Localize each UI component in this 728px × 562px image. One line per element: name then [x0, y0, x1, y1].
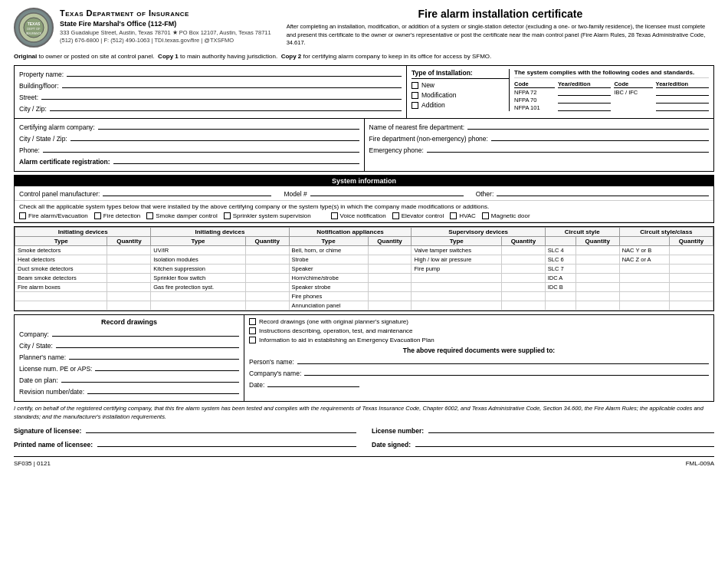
elevator-checkbox[interactable]	[392, 212, 399, 219]
super-blank3-qty[interactable]	[501, 292, 545, 301]
record-company-field[interactable]	[52, 329, 239, 337]
super-firepump-qty[interactable]	[501, 265, 545, 274]
init2-sprinkler-qty[interactable]	[245, 274, 289, 283]
other-field[interactable]	[497, 189, 709, 196]
phone-field[interactable]	[43, 145, 359, 153]
notif-speaker-qty[interactable]	[368, 265, 412, 274]
init-beam-qty[interactable]	[107, 274, 151, 283]
sig-right-group: License number: Date signed:	[372, 426, 714, 453]
init-heat-qty[interactable]	[107, 255, 151, 265]
registration-field[interactable]	[113, 156, 359, 164]
date-signed-field[interactable]	[415, 439, 714, 447]
notif-annunciation-qty[interactable]	[368, 301, 412, 311]
class-blank1	[619, 265, 670, 274]
super-valve-qty[interactable]	[501, 246, 545, 255]
record-license-field[interactable]	[95, 363, 239, 371]
notif-bell-qty[interactable]	[368, 246, 412, 255]
code-blank2-field[interactable]	[656, 104, 709, 111]
nfpa70-field[interactable]	[558, 97, 611, 104]
smoke-damper-checkbox[interactable]	[146, 212, 153, 219]
fire-alarm-checkbox[interactable]	[19, 212, 26, 219]
cert-city-state-field[interactable]	[71, 133, 359, 141]
city-zip-field[interactable]	[50, 104, 402, 111]
evacuation-checkbox[interactable]	[249, 337, 256, 343]
nfpa101-field[interactable]	[558, 104, 611, 111]
street-field[interactable]	[41, 92, 402, 100]
persons-name-row: Person's name:	[249, 357, 709, 366]
alarm-company-field[interactable]	[98, 122, 359, 130]
super-blank4-qty[interactable]	[501, 301, 545, 311]
signature-field[interactable]	[86, 426, 356, 433]
super-blank2-qty[interactable]	[501, 283, 545, 292]
notif-strobe-qty[interactable]	[368, 255, 412, 265]
circuit-slc6-qty[interactable]	[576, 255, 619, 265]
model-field[interactable]	[310, 189, 464, 196]
date-supplied-field[interactable]	[267, 380, 359, 387]
ibc-ifc-field[interactable]	[656, 89, 709, 96]
instructions-checkbox[interactable]	[249, 327, 256, 334]
circuit-slc4-qty[interactable]	[576, 246, 619, 255]
class-blank2-qty[interactable]	[670, 274, 713, 283]
record-planner-field[interactable]	[69, 352, 239, 360]
fire-detection-checkbox[interactable]	[94, 212, 101, 219]
building-floor-field[interactable]	[62, 81, 402, 88]
class-blank5-qty[interactable]	[670, 301, 713, 311]
circuit-blank2-qty[interactable]	[576, 301, 619, 311]
magnetic-door-checkbox[interactable]	[482, 212, 489, 219]
class-blank4-qty[interactable]	[670, 292, 713, 301]
evacuation-text: Information to aid in establishing an Em…	[259, 337, 435, 343]
init-duct-qty[interactable]	[107, 265, 151, 274]
nearest-dept-field[interactable]	[467, 122, 709, 130]
init-blank1-qty[interactable]	[107, 292, 151, 301]
class-nac-z-a-qty[interactable]	[670, 255, 713, 265]
record-drawings-checkbox[interactable]	[249, 318, 256, 325]
emergency-field[interactable]	[427, 145, 709, 153]
notif-fire-phones-qty[interactable]	[368, 292, 412, 301]
init2-kitchen-qty[interactable]	[245, 265, 289, 274]
class-nac-y-b-qty[interactable]	[670, 246, 713, 255]
class-blank3-qty[interactable]	[670, 283, 713, 292]
new-checkbox[interactable]	[412, 82, 418, 89]
circuit-idca-qty[interactable]	[576, 274, 619, 283]
init-smoke-qty[interactable]	[107, 246, 151, 255]
circuit-idcb-qty[interactable]	[576, 283, 619, 292]
circuit-slc7-qty[interactable]	[576, 265, 619, 274]
nfpa72-field[interactable]	[558, 89, 611, 96]
system-types-section: Check all the applicable system types be…	[15, 201, 713, 222]
record-city-field[interactable]	[56, 340, 239, 348]
modification-checkbox[interactable]	[412, 92, 418, 99]
persons-name-field[interactable]	[297, 357, 709, 364]
super-blank1-qty[interactable]	[501, 274, 545, 283]
init2-gas-qty[interactable]	[245, 283, 289, 292]
init2-isolation-qty[interactable]	[245, 255, 289, 265]
agency-text: Texas Department of Insurance State Fire…	[60, 8, 271, 45]
record-revision-field[interactable]	[87, 386, 239, 394]
sprinkler-checkbox[interactable]	[224, 212, 231, 219]
companys-name-field[interactable]	[304, 368, 709, 376]
property-name-field[interactable]	[67, 69, 402, 77]
init2-uvir-qty[interactable]	[245, 246, 289, 255]
phone-row: Phone:	[19, 145, 359, 154]
license-num-field[interactable]	[428, 426, 714, 433]
circuit-blank1-qty[interactable]	[576, 292, 619, 301]
emergency-label: Emergency phone:	[369, 146, 424, 154]
new-label: New	[421, 81, 435, 89]
code-blank1-field[interactable]	[656, 97, 709, 104]
init-firebox-qty[interactable]	[107, 283, 151, 292]
super-highlow-qty[interactable]	[501, 255, 545, 265]
hvac-checkbox[interactable]	[450, 212, 457, 219]
notif-horn-chime-qty[interactable]	[368, 274, 412, 283]
page-title: Fire alarm installation certificate	[287, 8, 714, 20]
notif-speaker-strobe-qty[interactable]	[368, 283, 412, 292]
printed-name-field[interactable]	[97, 439, 356, 447]
magnetic-door-label: Magnetic door	[491, 212, 530, 219]
manufacturer-field[interactable]	[103, 189, 271, 196]
non-emergency-field[interactable]	[491, 133, 709, 141]
init-blank2-qty[interactable]	[107, 301, 151, 311]
init2-blank2-qty[interactable]	[245, 301, 289, 311]
voice-checkbox[interactable]	[331, 212, 338, 219]
class-blank1-qty[interactable]	[670, 265, 713, 274]
init2-blank1-qty[interactable]	[245, 292, 289, 301]
record-date-field[interactable]	[61, 375, 239, 383]
addition-checkbox[interactable]	[412, 102, 418, 109]
